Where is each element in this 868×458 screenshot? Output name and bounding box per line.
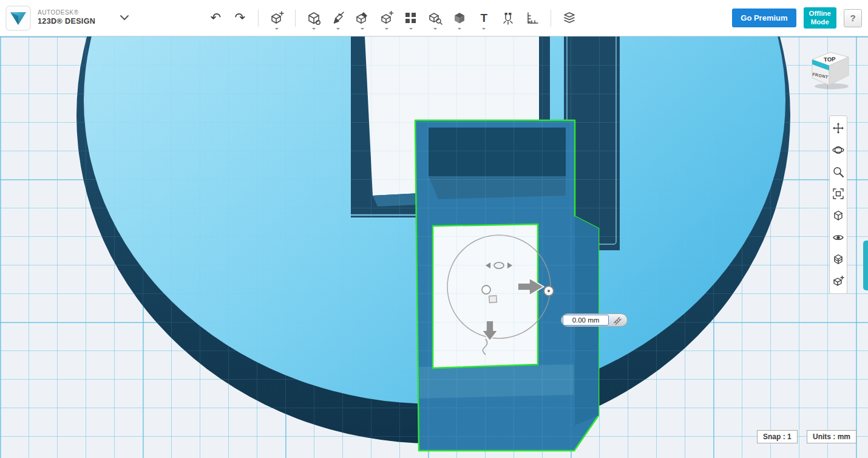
snap-tool-button[interactable] (496, 4, 520, 33)
modify-tool-button[interactable] (350, 4, 375, 33)
app-window: AUTODESK® 123D® DESIGN ↶ ↷ (0, 0, 868, 458)
layers-icon (562, 11, 577, 26)
zoom-icon (832, 166, 844, 178)
transform-icon (270, 11, 284, 26)
dropdown-caret (336, 28, 340, 32)
display-style-button[interactable] (831, 253, 846, 266)
help-button[interactable]: ? (844, 9, 862, 27)
axis-flip-handle[interactable] (494, 262, 504, 268)
construct-icon (379, 11, 394, 26)
combine-tool-button[interactable] (447, 4, 472, 33)
dropdown-caret (482, 28, 486, 32)
navigation-toolbar (829, 115, 847, 294)
selected-object[interactable] (415, 120, 598, 451)
visibility-icon (832, 231, 844, 244)
dropdown-caret (409, 28, 413, 32)
brand-text: AUTODESK® 123D® DESIGN (38, 9, 95, 26)
grouping-tool-button[interactable] (423, 4, 447, 33)
standard-views-button[interactable] (831, 209, 846, 222)
text-icon: T (480, 12, 487, 24)
top-toolbar: AUTODESK® 123D® DESIGN ↶ ↷ (0, 0, 868, 36)
dropdown-caret (385, 28, 388, 32)
snap-magnet-icon (501, 11, 515, 26)
pan-icon (832, 122, 844, 134)
toolbar-divider (258, 10, 259, 27)
side-panel-tab[interactable] (863, 241, 868, 290)
scale-handle-circle[interactable] (482, 285, 490, 294)
dropdown-caret (433, 28, 437, 32)
fit-view-button[interactable] (831, 187, 846, 200)
scale-handle-square[interactable] (489, 296, 497, 303)
app-logo[interactable] (5, 5, 32, 32)
header-actions: Go Premium Offline Mode ? (732, 7, 868, 29)
view-cube-top-label: TOP (824, 55, 836, 63)
fit-view-icon (832, 188, 844, 200)
dimension-input[interactable]: 0.00 mm (563, 315, 609, 326)
sketch-icon (331, 11, 345, 26)
snap-status[interactable]: Snap : 1 (757, 430, 798, 443)
pan-tool-button[interactable] (831, 121, 846, 135)
undo-icon: ↶ (210, 12, 221, 24)
measure-tool-button[interactable] (520, 4, 544, 33)
scene-canvas (0, 36, 868, 458)
outline-view-icon (832, 275, 844, 287)
pattern-icon (404, 11, 418, 26)
grouping-icon (428, 11, 442, 26)
redo-icon: ↷ (234, 12, 245, 24)
offline-mode-button[interactable]: Offline Mode (804, 7, 836, 29)
toolbar-divider (295, 10, 296, 27)
outline-view-button[interactable] (831, 275, 846, 288)
zoom-tool-button[interactable] (831, 165, 846, 179)
orbit-tool-button[interactable] (831, 143, 846, 157)
primitives-tool-button[interactable] (302, 4, 326, 33)
brand-block: AUTODESK® 123D® DESIGN (0, 5, 132, 32)
tool-strip: ↶ ↷ (203, 4, 581, 33)
caliper-icon[interactable] (612, 315, 622, 325)
view-cube[interactable]: TOP FRONT (809, 47, 852, 94)
brand-line2: 123D® DESIGN (38, 17, 95, 27)
layers-tool-button[interactable] (557, 4, 581, 33)
undo-button[interactable]: ↶ (203, 4, 228, 33)
sketch-tool-button[interactable] (326, 4, 350, 33)
offline-line2: Mode (811, 18, 829, 27)
toolbar-divider (551, 10, 551, 27)
main-menu-button[interactable] (117, 11, 132, 25)
pattern-tool-button[interactable] (399, 4, 423, 33)
viewport[interactable] (0, 36, 868, 458)
units-status[interactable]: Units : mm (807, 430, 856, 443)
text-tool-button[interactable]: T (472, 4, 496, 33)
dropdown-caret (361, 28, 364, 32)
go-premium-button[interactable]: Go Premium (732, 9, 796, 27)
construct-tool-button[interactable] (375, 4, 399, 33)
visibility-button[interactable] (831, 231, 846, 244)
primitives-icon (307, 11, 321, 26)
transform-tool-button[interactable] (265, 4, 289, 33)
dropdown-caret (458, 28, 461, 32)
display-style-icon (832, 253, 844, 265)
brand-line1: AUTODESK® (38, 9, 95, 17)
dropdown-caret (275, 28, 279, 32)
object-bottom-rim[interactable] (419, 364, 574, 398)
object-top-pocket[interactable] (429, 128, 566, 176)
dimension-widget: 0.00 mm (561, 313, 628, 327)
modify-icon (355, 11, 370, 26)
redo-button[interactable]: ↷ (228, 4, 252, 33)
measure-ruler-icon (525, 11, 540, 26)
offline-line1: Offline (809, 10, 831, 18)
standard-views-icon (832, 210, 844, 222)
dropdown-caret (312, 28, 316, 32)
combine-icon (452, 11, 467, 26)
orbit-icon (832, 144, 844, 156)
